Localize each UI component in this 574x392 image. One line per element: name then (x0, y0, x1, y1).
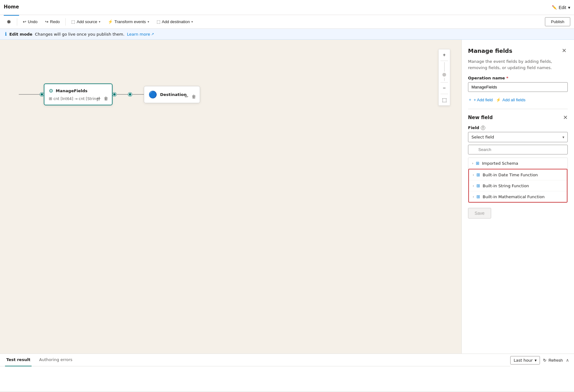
node-actions: ✏ 🗑 (96, 95, 109, 102)
undo-label: Undo (28, 19, 38, 24)
zoom-line-bottom (444, 78, 445, 81)
redo-icon: ↪ (45, 19, 48, 24)
required-indicator: * (506, 76, 508, 80)
edit-icon: ✏️ (552, 5, 557, 10)
banner-sub-message: Changes will go live once you publish th… (35, 32, 124, 37)
new-field-close-button[interactable]: ✕ (563, 114, 568, 121)
add-all-fields-button[interactable]: ⚡ Add all fields (496, 97, 526, 103)
chevron-down-icon: ▾ (568, 5, 570, 10)
chevron-down-icon: ▾ (191, 20, 193, 23)
item-label: Imported Schema (482, 161, 518, 166)
dropdown-chevron-icon: ▾ (562, 135, 564, 139)
dest-delete-button[interactable]: 🗑 (191, 93, 197, 100)
destination-node: 🔵 Destination ✏ 🗑 (144, 86, 200, 103)
save-button[interactable]: Save (468, 208, 491, 219)
node-body: cnt [Int64] → cnt [String] (53, 97, 100, 101)
search-wrapper: 🔍 (468, 145, 568, 158)
node-title: ManageFields (56, 88, 88, 93)
zoom-line-top (444, 62, 445, 72)
item-label: Built-in Mathematical Function (483, 194, 545, 199)
transform-events-label: Transform events (114, 19, 146, 24)
node-edit-button[interactable]: ✏ (96, 95, 101, 102)
destination-icon: ⬚ (157, 19, 160, 24)
publish-button[interactable]: Publish (545, 17, 570, 26)
table-icon: ⊞ (49, 96, 52, 101)
node-delete-button[interactable]: 🗑 (103, 95, 109, 102)
node-icon: ⚙ (49, 88, 53, 94)
grid-icon: ⊞ (476, 172, 480, 177)
learn-more-link[interactable]: Learn more ↗ (127, 32, 154, 37)
edit-label: Edit (559, 5, 566, 10)
redo-button[interactable]: ↪ Redo (42, 18, 63, 26)
chevron-down-icon: ▾ (148, 20, 149, 23)
divider2 (65, 18, 66, 26)
bottom-controls: Last hour ▾ ↻ Refresh ∧ (510, 356, 574, 364)
bottom-content (0, 366, 574, 391)
toolbar: ↩ Undo ↪ Redo ⬚ Add source ▾ ⚡ Transform… (0, 15, 574, 29)
edit-banner: ℹ Edit mode Changes will go live once yo… (0, 29, 574, 40)
grid-icon: ⊞ (476, 161, 480, 166)
transform-events-button[interactable]: ⚡ Transform events ▾ (105, 18, 152, 26)
operation-name-input[interactable] (468, 82, 568, 92)
item-label: Built-in String Function (483, 183, 529, 188)
chevron-right-icon: › (473, 173, 474, 177)
list-item[interactable]: › ⊞ Built-in Date Time Function (469, 169, 567, 180)
refresh-icon: ↻ (543, 358, 546, 363)
collapse-icon: ∧ (566, 358, 569, 363)
gear-icon (7, 20, 11, 24)
main-area: + − ⬚ ⚙ Ma (0, 40, 574, 354)
select-field-placeholder: Select field (471, 135, 494, 139)
learn-more-label: Learn more (127, 32, 150, 37)
panel-close-button[interactable]: ✕ (561, 46, 568, 55)
panel-actions: ＋ + Add field ⚡ Add all fields (468, 97, 568, 103)
zoom-handle (442, 73, 446, 77)
refresh-button[interactable]: ↻ Refresh (543, 358, 563, 363)
list-item[interactable]: › ⊞ Imported Schema (468, 158, 567, 169)
collapse-button[interactable]: ∧ (566, 358, 569, 363)
add-field-button[interactable]: ＋ + Add field (468, 97, 493, 103)
undo-icon: ↩ (23, 19, 26, 24)
settings-button[interactable] (4, 18, 14, 26)
external-link-icon: ↗ (151, 32, 154, 36)
middle-connector (113, 93, 144, 96)
add-destination-button[interactable]: ⬚ Add destination ▾ (154, 18, 196, 26)
app-title: Home (4, 0, 19, 16)
tab-test-result[interactable]: Test result (5, 354, 32, 366)
field-label: Field i (468, 125, 568, 130)
undo-button[interactable]: ↩ Undo (20, 18, 41, 26)
panel-title: Manage fields (468, 48, 512, 54)
tab-authoring-errors[interactable]: Authoring errors (38, 354, 73, 366)
chevron-right-icon: › (472, 162, 473, 165)
add-source-label: Add source (77, 19, 97, 24)
plus-icon: ＋ (468, 97, 472, 103)
refresh-label: Refresh (548, 358, 563, 363)
manage-fields-node: ⚙ ManageFields ⊞ cnt [Int64] → cnt [Stri… (44, 83, 113, 105)
zoom-out-button[interactable]: − (439, 83, 450, 94)
chevron-right-icon: › (473, 184, 474, 188)
list-item[interactable]: › ⊞ Built-in String Function (469, 180, 567, 191)
search-input[interactable] (468, 145, 568, 154)
time-select-dropdown[interactable]: Last hour ▾ (510, 356, 540, 364)
destination-title: Destination (160, 92, 187, 97)
item-label: Built-in Date Time Function (483, 173, 538, 177)
top-nav: Home ✏️ Edit ▾ (0, 0, 574, 15)
banner-message: Edit mode (9, 32, 33, 37)
dest-edit-button[interactable]: ✏ (184, 93, 189, 100)
add-source-icon: ⬚ (71, 19, 75, 24)
list-item[interactable]: › ⊞ Built-in Mathematical Function (469, 191, 567, 202)
node-header: ⚙ ManageFields (49, 88, 108, 94)
add-destination-label: Add destination (162, 19, 190, 24)
select-field-dropdown[interactable]: Select field ▾ (468, 132, 568, 142)
chevron-right-icon: › (473, 195, 474, 199)
time-selected-label: Last hour (514, 358, 533, 363)
zoom-track (439, 61, 450, 82)
dropdown-list: › ⊞ Imported Schema › ⊞ Built-in Date Ti… (468, 158, 568, 203)
edit-button[interactable]: ✏️ Edit ▾ (552, 5, 570, 10)
highlighted-group: › ⊞ Built-in Date Time Function › ⊞ Buil… (468, 169, 567, 203)
add-source-button[interactable]: ⬚ Add source ▾ (68, 18, 103, 26)
bottom-tabs-row: Test result Authoring errors Last hour ▾… (0, 354, 574, 366)
zoom-in-button[interactable]: + (439, 49, 450, 61)
operation-name-label: Operation name * (468, 76, 568, 80)
zoom-select-button[interactable]: ⬚ (439, 94, 450, 105)
right-panel: Manage fields ✕ Manage the event fields … (461, 40, 574, 354)
